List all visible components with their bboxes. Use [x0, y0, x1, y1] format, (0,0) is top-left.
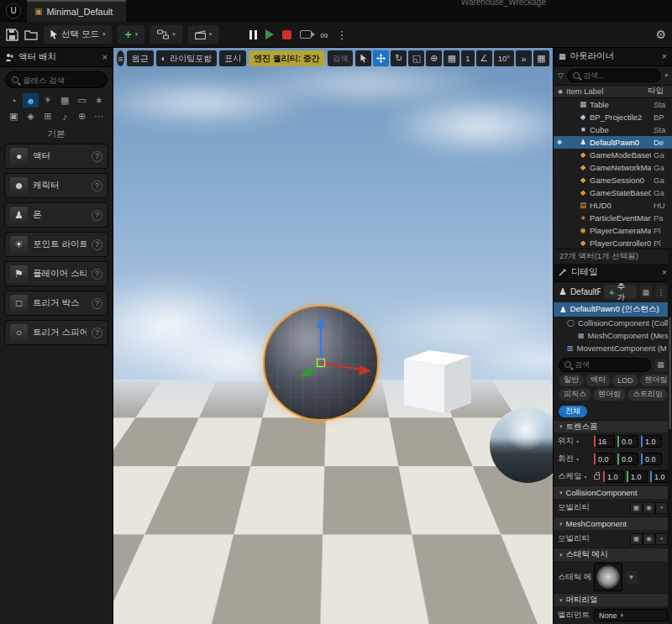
help-icon[interactable]: ?: [92, 239, 102, 250]
settings-gear-icon[interactable]: ⚙: [655, 28, 666, 41]
recently-placed-icon[interactable]: ◔: [6, 93, 21, 107]
stationary-icon[interactable]: ◉: [643, 533, 655, 545]
stationary-icon[interactable]: ◉: [643, 502, 655, 514]
axis-value-field[interactable]: 1.0: [603, 470, 624, 483]
axis-value-field[interactable]: 1.0: [641, 435, 662, 448]
visibility-column-icon[interactable]: ◉: [558, 88, 563, 95]
outliner-row[interactable]: ◉♟DefaultPawn0De: [554, 136, 672, 149]
visibility-eye-icon[interactable]: ◉: [557, 139, 565, 145]
more-icon[interactable]: ⋯: [92, 109, 107, 123]
outliner-row[interactable]: ◆GameSession0Ga: [554, 174, 672, 186]
outliner-row[interactable]: ◆PlayerController0Pl: [554, 237, 672, 249]
filter-chip[interactable]: 액터: [585, 375, 611, 386]
static-mesh-thumbnail[interactable]: [594, 563, 622, 591]
outliner-settings-icon[interactable]: ▾: [664, 72, 668, 79]
place-item[interactable]: ☻캐릭터?: [4, 173, 108, 198]
visual-effects-icon[interactable]: ∗: [92, 93, 107, 107]
help-icon[interactable]: ?: [92, 181, 102, 191]
details-scrollbar[interactable]: [668, 249, 672, 624]
filter-chip[interactable]: LOD: [612, 375, 638, 386]
volumes-icon[interactable]: ◈: [23, 109, 38, 123]
details-grid-icon[interactable]: ▦: [640, 286, 652, 298]
outliner-row[interactable]: ▦TableSta: [554, 98, 672, 111]
material-section-header[interactable]: ▾ 머티리얼: [554, 593, 672, 606]
multiplayer-link-icon[interactable]: ∞: [320, 29, 328, 41]
place-actors-tab[interactable]: 액터 배치 ×: [0, 48, 113, 67]
collision-section-header[interactable]: ▾ CollisionComponent: [554, 485, 672, 499]
engine-quality-badge[interactable]: 엔진 퀄리티: 중간: [249, 50, 325, 66]
play-icon[interactable]: [265, 29, 274, 39]
source-control-icon[interactable]: [24, 29, 38, 40]
close-icon[interactable]: ×: [662, 51, 667, 61]
filter-chip[interactable]: 피직스: [559, 389, 591, 401]
outliner-search-input[interactable]: [583, 71, 656, 80]
filter-funnel-icon[interactable]: ▽: [558, 71, 564, 80]
rotation-snap-icon[interactable]: ∠: [476, 50, 492, 66]
lights-icon[interactable]: ☀: [40, 93, 55, 107]
all-classes-icon[interactable]: ⊞: [40, 109, 55, 123]
cinematics-icon[interactable]: ▭: [74, 93, 89, 107]
outliner-row[interactable]: ◆GameModeBase0Ga: [554, 149, 672, 161]
cube-mesh[interactable]: [401, 343, 473, 415]
perspective-select[interactable]: 원근: [127, 50, 154, 66]
scrollbar-thumb[interactable]: [669, 317, 671, 429]
help-icon[interactable]: ?: [92, 298, 102, 309]
axis-value-field[interactable]: 1.0: [627, 470, 648, 483]
movable-icon[interactable]: +: [655, 533, 668, 545]
stop-icon[interactable]: [282, 30, 291, 39]
possess-camera-icon[interactable]: [300, 30, 312, 39]
details-tab[interactable]: 디테일 ×: [554, 264, 672, 282]
mesh-section-header[interactable]: ▾ MeshComponent: [554, 517, 672, 530]
class-search-box[interactable]: [5, 71, 108, 88]
details-filter-icon[interactable]: ▦: [654, 359, 667, 371]
save-icon[interactable]: [6, 29, 18, 41]
details-kebab-icon[interactable]: ⋮: [655, 286, 667, 298]
outliner-search-box[interactable]: [567, 69, 662, 82]
component-row[interactable]: ▦MeshComponent (Mesh: [554, 329, 672, 342]
show-menu[interactable]: 표시: [219, 50, 246, 66]
basic-icon[interactable]: ☻: [23, 93, 38, 107]
place-item[interactable]: ○트리거 스피어?: [4, 320, 108, 345]
mode-select[interactable]: 선택 모드 ▾: [44, 25, 112, 44]
item-label-column[interactable]: Item Label: [566, 87, 644, 96]
level-viewport[interactable]: Z ≡ 원근 ◐ 라이팅포함 표시 엔진 퀄리티: 중간: [113, 48, 553, 624]
outliner-row[interactable]: ◆BP_Projectile2BP: [554, 111, 672, 123]
world-space-icon[interactable]: ⊕: [426, 50, 442, 66]
help-icon[interactable]: ?: [92, 151, 102, 162]
place-item[interactable]: □트리거 박스?: [4, 291, 108, 316]
viewport-search-input[interactable]: [333, 54, 349, 63]
static-mesh-section-header[interactable]: ▾ 스태틱 메시: [554, 548, 672, 561]
close-icon[interactable]: ×: [102, 52, 108, 62]
place-item[interactable]: ●액터?: [4, 144, 108, 169]
geometry-icon[interactable]: ▣: [6, 109, 21, 123]
grid-snap-value[interactable]: 1: [461, 50, 474, 66]
viewport-search-box[interactable]: [328, 50, 354, 66]
material-select[interactable]: None ▾: [594, 609, 668, 621]
blueprints-button[interactable]: ▾: [150, 25, 182, 44]
property-label[interactable]: 회전▾: [558, 454, 591, 464]
viewport-layout-icon[interactable]: ▦: [533, 50, 549, 66]
selected-instance-row[interactable]: ♟ DefaultPawn0 (인스턴스): [554, 302, 672, 317]
chevron-down-icon[interactable]: ▾: [625, 571, 638, 584]
select-tool-icon[interactable]: [355, 50, 371, 66]
add-component-button[interactable]: + 추가: [604, 285, 637, 299]
filter-chip[interactable]: 일반: [559, 375, 584, 386]
world-icon[interactable]: ⊕: [74, 109, 89, 123]
place-item[interactable]: ♟폰?: [4, 202, 108, 228]
play-options-kebab-icon[interactable]: ⋮: [336, 29, 347, 41]
place-item[interactable]: ⚑플레이어 스타트?: [4, 261, 108, 286]
static-icon[interactable]: ▣: [630, 533, 643, 545]
expand-toolbar-icon[interactable]: »: [516, 50, 532, 66]
close-icon[interactable]: ×: [662, 267, 667, 277]
axis-value-field[interactable]: 0.0: [641, 453, 662, 465]
filter-all-chip[interactable]: 전체: [559, 406, 587, 417]
help-icon[interactable]: ?: [92, 269, 102, 280]
component-row[interactable]: ◯CollisionComponent (Coll: [554, 317, 672, 329]
add-actor-button[interactable]: + ▾: [118, 25, 144, 44]
details-search-input[interactable]: [575, 360, 645, 369]
filter-chip[interactable]: 스트리밍: [627, 389, 668, 401]
class-search-input[interactable]: [23, 76, 101, 85]
outliner-tab[interactable]: ▦ 아웃라이너 ×: [554, 48, 672, 66]
outliner-row[interactable]: ■CubeSta: [554, 123, 672, 136]
axis-value-field[interactable]: 0.0: [594, 453, 615, 465]
